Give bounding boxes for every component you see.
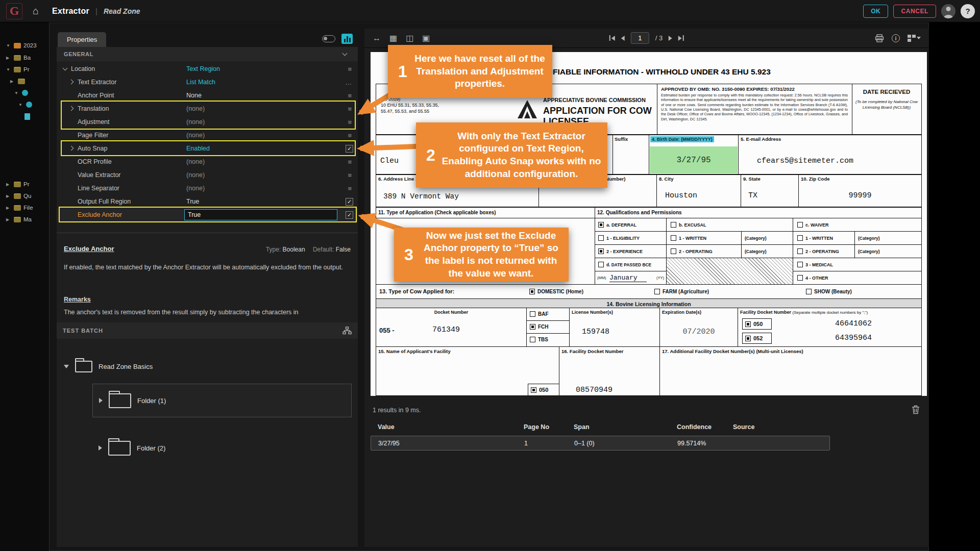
menu-icon[interactable]: ≡ [348,171,352,179]
last-page-button[interactable] [678,35,684,41]
region-view-icon[interactable]: ▣ [422,34,430,42]
property-row-location[interactable]: LocationText Region≡ [57,62,358,76]
chevron-right-icon[interactable]: ▶ [6,217,11,222]
test-batch-folder-2[interactable]: Folder (2) [92,433,352,463]
previous-page-button[interactable] [621,36,625,41]
chevron-down-icon[interactable] [342,52,348,57]
tree-item[interactable]: ▶File [0,202,49,213]
chevron-right-icon[interactable]: ▶ [6,56,11,60]
layout-settings-icon[interactable] [908,35,921,42]
property-value[interactable]: List Match [186,79,215,86]
property-value[interactable]: (none) [186,118,205,126]
results-col-confidence[interactable]: Confidence [677,423,712,431]
tree-item[interactable]: ▼ [0,87,49,98]
property-value[interactable]: True [186,198,199,205]
chevron-down-icon[interactable] [63,66,68,71]
tree-item[interactable]: ▼ [0,99,49,110]
menu-icon[interactable]: ≡ [348,105,352,113]
chevron-right-icon[interactable] [69,146,75,151]
result-page: 1 [524,440,528,447]
view-toggle-icon[interactable] [322,35,335,42]
property-value[interactable]: Enabled [186,145,210,152]
tree-item[interactable]: ▶ [0,76,49,87]
property-value[interactable]: (none) [186,158,205,165]
next-page-button[interactable] [669,36,672,41]
tree-item[interactable]: ▼2023 [0,40,49,51]
fit-width-icon[interactable]: ↔ [373,34,381,42]
tree-item[interactable]: ▶Ba [0,52,49,63]
general-section-header[interactable]: GENERAL [57,47,358,61]
property-value[interactable]: Text Region [186,65,220,72]
chevron-right-icon[interactable] [69,80,75,85]
property-value[interactable]: (none) [186,171,205,179]
menu-icon[interactable]: ≡ [348,158,352,166]
property-row-value-extractor[interactable]: Value Extractor(none)≡ [57,168,358,182]
results-col-span[interactable]: Span [574,423,590,431]
property-value[interactable]: None [186,92,202,99]
property-row-translation[interactable]: Translation(none)≡ [57,102,358,115]
split-view-icon[interactable]: ◫ [406,34,413,42]
menu-icon[interactable]: ≡ [348,185,352,192]
ok-button[interactable]: OK [863,5,888,18]
menu-icon[interactable]: ≡ [348,92,352,99]
batch-tree-icon[interactable] [342,327,352,335]
exclude-anchor-checkbox[interactable] [346,211,353,219]
menu-icon[interactable]: ≡ [348,132,352,139]
clear-results-icon[interactable] [912,405,920,416]
chevron-right-icon[interactable]: ▶ [6,182,11,187]
app-logo[interactable]: G [6,3,22,19]
print-icon[interactable] [875,34,884,42]
ellipsis-icon[interactable]: … [345,79,352,86]
property-row-adjustment[interactable]: Adjustment(none)≡ [57,115,358,129]
chevron-right-icon[interactable] [69,106,75,111]
help-icon[interactable]: ? [961,4,975,18]
chevron-right-icon[interactable]: ▶ [10,79,15,84]
chevron-down-icon[interactable]: ▼ [18,103,23,107]
expand-right-icon[interactable] [99,445,102,450]
menu-icon[interactable]: ≡ [348,118,352,126]
first-page-button[interactable] [609,35,615,41]
result-row[interactable]: 3/27/95 1 0–1 (0) 99.5714% [371,436,830,450]
tree-item[interactable]: ▶Pr [0,179,49,190]
property-value[interactable]: (none) [186,185,205,192]
expand-down-icon[interactable] [64,365,69,368]
auto-snap-checkbox[interactable] [346,145,353,153]
menu-icon[interactable]: ≡ [348,65,352,73]
page-number-input[interactable] [631,32,649,44]
property-row-auto-snap[interactable]: Auto SnapEnabled [57,142,358,155]
tree-item[interactable]: ▶Qu [0,190,49,202]
chevron-down-icon[interactable]: ▼ [6,67,11,72]
tab-properties[interactable]: Properties [58,32,106,47]
property-row-ocr-profile[interactable]: OCR Profile(none)≡ [57,155,358,168]
property-value[interactable]: (none) [186,105,205,112]
chevron-right-icon[interactable]: ▶ [6,206,11,210]
test-results-icon[interactable] [341,34,353,44]
user-avatar[interactable] [941,4,955,18]
exclude-anchor-value-input[interactable]: True [184,209,337,220]
property-row-exclude-anchor[interactable]: Exclude AnchorTrue [57,208,358,221]
property-row-text-extractor[interactable]: Text ExtractorList Match… [57,76,358,89]
tree-item[interactable] [0,111,49,122]
chevron-down-icon[interactable]: ▼ [6,43,11,48]
property-row-anchor-point[interactable]: Anchor PointNone≡ [57,89,358,102]
property-row-output-full-region[interactable]: Output Full RegionTrue [57,195,358,208]
tree-item[interactable]: ▶Ma [0,214,49,225]
test-batch-folder-1[interactable]: Folder (1) [92,384,352,417]
home-icon[interactable] [33,5,39,17]
info-icon[interactable]: i [892,34,900,42]
test-batch-root-item[interactable]: Read Zone Basics [64,355,153,378]
results-col-value[interactable]: Value [378,423,395,431]
results-col-page[interactable]: Page No [524,423,549,431]
expand-right-icon[interactable] [99,398,103,403]
chevron-down-icon[interactable]: ▼ [14,91,19,95]
chevron-right-icon[interactable]: ▶ [6,194,11,198]
grid-view-icon[interactable]: ▦ [389,34,397,42]
results-col-source[interactable]: Source [733,423,754,431]
property-row-page-filter[interactable]: Page Filter(none)≡ [57,129,358,142]
cancel-button[interactable]: CANCEL [893,5,936,18]
property-value[interactable]: (none) [186,132,205,139]
output-full-region-checkbox[interactable] [346,198,353,206]
tree-item[interactable]: ▼Pr [0,64,49,75]
document-page[interactable]: IDENTIFIABLE INFORMATION - WITHHOLD UNDE… [371,52,927,396]
property-row-line-separator[interactable]: Line Separator(none)≡ [57,182,358,195]
